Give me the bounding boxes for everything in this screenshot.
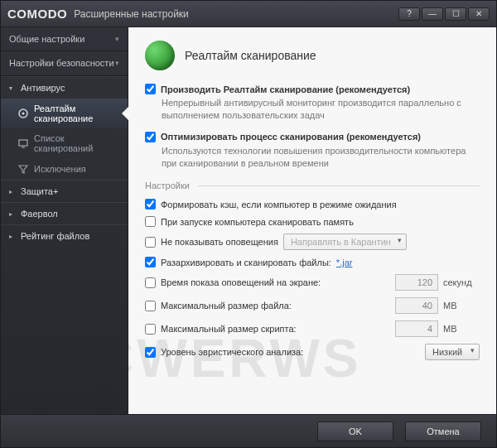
option-label: Разархивировать и сканировать файлы: xyxy=(161,258,331,267)
minimize-button[interactable]: — xyxy=(422,7,443,21)
heuristic-level-checkbox[interactable] xyxy=(145,347,156,358)
sidebar-item-label: Исключения xyxy=(34,164,86,174)
sidebar-item-realtime-scan[interactable]: Реалтайм сканирование xyxy=(1,99,128,128)
chevron-down-icon: ▾ xyxy=(115,59,119,68)
option-label: Не показывать оповещения xyxy=(161,237,278,247)
unit-label: MB xyxy=(443,301,480,311)
maximize-button[interactable]: ☐ xyxy=(445,7,466,21)
titlebar: COMODO Расширенные настройки ? — ☐ ✕ xyxy=(1,1,496,27)
sidebar-section-firewall[interactable]: ▸ Фаервол xyxy=(1,202,128,224)
svg-rect-2 xyxy=(19,140,27,146)
globe-icon xyxy=(145,41,175,70)
sidebar-section-head[interactable]: ▾ Антивирус xyxy=(1,76,128,99)
target-icon xyxy=(17,108,29,119)
triangle-right-icon: ▸ xyxy=(9,210,16,218)
unit-label: секунд xyxy=(443,277,480,287)
ok-button[interactable]: OK xyxy=(317,422,393,441)
unzip-scan-checkbox[interactable] xyxy=(145,257,156,267)
sidebar-item-label: Реалтайм сканирование xyxy=(34,104,123,123)
settings-divider: Настройки xyxy=(145,181,480,190)
page-header: Реалтайм сканирование xyxy=(145,41,480,70)
enable-realtime-checkbox[interactable] xyxy=(145,84,156,94)
sidebar-section-label: Рейтинг файлов xyxy=(21,231,89,241)
option-label: Время показа оповещений на экране: xyxy=(161,277,321,287)
sidebar-section-label: Защита+ xyxy=(21,186,58,196)
max-file-size-input[interactable] xyxy=(395,297,438,314)
funnel-icon xyxy=(17,163,29,175)
app-window: COMODO Расширенные настройки ? — ☐ ✕ Общ… xyxy=(0,0,497,448)
window-body: Общие настройки ▾ Настройки безопасности… xyxy=(1,27,496,414)
triangle-right-icon: ▸ xyxy=(9,233,16,240)
page-title: Реалтайм сканирование xyxy=(185,49,316,62)
content-pane: CWERWS Реалтайм сканирование Производить… xyxy=(128,27,496,414)
optimize-scan-checkbox[interactable] xyxy=(145,132,156,142)
svg-marker-4 xyxy=(19,166,27,173)
max-script-size-checkbox[interactable] xyxy=(145,324,156,335)
app-logo: COMODO xyxy=(7,7,67,21)
sidebar-item-label: Список сканирований xyxy=(34,133,123,153)
help-button[interactable]: ? xyxy=(398,7,420,21)
divider-label: Настройки xyxy=(145,181,190,190)
heuristic-level-combo[interactable]: Низкий xyxy=(425,344,480,360)
option-description: Используются технологии повышения произв… xyxy=(162,145,480,170)
option-label: Максимальный размер файла: xyxy=(161,301,292,311)
sidebar-panel-general[interactable]: Общие настройки ▾ xyxy=(1,27,128,51)
alert-duration-input[interactable] xyxy=(395,274,438,291)
unit-label: MB xyxy=(443,324,480,334)
sidebar-section-defense[interactable]: ▸ Защита+ xyxy=(1,180,128,202)
alert-duration-checkbox[interactable] xyxy=(145,277,156,288)
sidebar-panel-security[interactable]: Настройки безопасности ▾ xyxy=(1,51,128,76)
quarantine-action-combo[interactable]: Направлять в Карантин xyxy=(283,234,407,250)
option-label: При запуске компьютера сканировать памят… xyxy=(161,217,354,227)
sidebar-panel-label: Настройки безопасности xyxy=(9,58,114,69)
option-label: Уровень эвристического анализа: xyxy=(161,347,303,357)
sidebar-item-exclusions[interactable]: Исключения xyxy=(1,158,128,180)
chevron-down-icon: ▾ xyxy=(115,35,119,43)
option-label: Производить Реалтайм сканирование (реком… xyxy=(161,84,410,94)
option-label: Оптимизировать процесс сканирования (рек… xyxy=(161,132,421,142)
option-label: Максимальный размер скрипта: xyxy=(161,324,297,334)
max-script-size-input[interactable] xyxy=(395,320,438,337)
cache-idle-checkbox[interactable] xyxy=(145,199,156,210)
sidebar-section-label: Фаервол xyxy=(21,209,58,219)
window-title: Расширенные настройки xyxy=(74,8,189,20)
cancel-button[interactable]: Отмена xyxy=(405,422,481,441)
sidebar: Общие настройки ▾ Настройки безопасности… xyxy=(1,27,128,414)
sidebar-section-antivirus: ▾ Антивирус Реалтайм сканирование xyxy=(1,76,128,180)
combo-value: Низкий xyxy=(432,347,462,357)
sidebar-section-file-rating[interactable]: ▸ Рейтинг файлов xyxy=(1,224,128,247)
close-button[interactable]: ✕ xyxy=(468,7,490,21)
triangle-down-icon: ▾ xyxy=(9,84,16,92)
scan-memory-boot-checkbox[interactable] xyxy=(145,216,156,227)
option-description: Непрерывный антивирусный мониторинг прои… xyxy=(162,97,480,122)
svg-point-1 xyxy=(22,113,25,115)
sidebar-item-scan-list[interactable]: Список сканирований xyxy=(1,128,128,158)
monitor-icon xyxy=(17,137,29,149)
sidebar-panel-label: Общие настройки xyxy=(9,34,84,44)
triangle-right-icon: ▸ xyxy=(9,188,16,195)
dialog-footer: OK Отмена xyxy=(1,414,496,447)
combo-value: Направлять в Карантин xyxy=(291,237,391,247)
sidebar-section-label: Антивирус xyxy=(21,83,65,93)
file-extensions-link[interactable]: *.jar xyxy=(336,258,353,267)
option-label: Формировать кэш, если компьютер в режиме… xyxy=(161,200,397,210)
max-file-size-checkbox[interactable] xyxy=(145,301,156,311)
hide-alerts-checkbox[interactable] xyxy=(145,237,156,248)
